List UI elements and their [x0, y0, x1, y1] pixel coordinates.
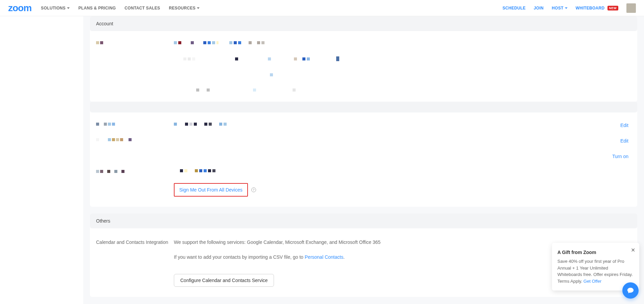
redacted-label	[96, 170, 124, 173]
nav-solutions[interactable]: SOLUTIONS	[41, 6, 70, 10]
chevron-down-icon	[67, 7, 70, 9]
personal-contacts-link[interactable]: Personal Contacts	[305, 254, 343, 260]
turn-on-link[interactable]: Turn on	[612, 154, 628, 159]
sidebar	[0, 16, 83, 304]
redacted-value	[174, 41, 604, 44]
sign-out-all-devices-button[interactable]: Sign Me Out From All Devices	[174, 183, 248, 197]
nav-contact[interactable]: CONTACT SALES	[124, 6, 160, 10]
calendar-desc-1: We support the following services: Googl…	[174, 238, 604, 246]
promo-body: Save 40% off your first year of Pro Annu…	[557, 258, 634, 284]
others-header: Others	[90, 213, 637, 228]
chevron-down-icon	[197, 7, 200, 9]
redacted-value	[174, 169, 604, 172]
get-offer-link[interactable]: Get Offer	[583, 279, 601, 284]
top-nav: zoom SOLUTIONS PLANS & PRICING CONTACT S…	[0, 0, 644, 16]
nav-whiteboard[interactable]: WHITEBOARD NEW	[576, 6, 618, 10]
redacted-label	[96, 41, 103, 44]
account-panel: Account	[90, 16, 637, 102]
avatar[interactable]	[626, 3, 636, 13]
edit-link[interactable]: Edit	[620, 123, 628, 128]
edit-link[interactable]: Edit	[620, 138, 628, 144]
chevron-down-icon	[565, 7, 568, 9]
nav-host[interactable]: HOST	[552, 6, 568, 10]
configure-calendar-button[interactable]: Configure Calendar and Contacts Service	[174, 274, 274, 287]
chat-bubble-button[interactable]	[622, 282, 639, 299]
redacted-value	[174, 123, 604, 126]
signin-panel: Edit	[90, 102, 637, 207]
chat-icon	[627, 287, 634, 294]
redacted-label	[96, 138, 132, 141]
new-badge: NEW	[607, 6, 619, 10]
calendar-desc-2: If you want to add your contacts by impo…	[174, 253, 604, 261]
calendar-desc-2-prefix: If you want to add your contacts by impo…	[174, 254, 305, 260]
nav-join[interactable]: JOIN	[534, 6, 544, 10]
nav-host-label: HOST	[552, 6, 564, 10]
nav-whiteboard-label: WHITEBOARD	[576, 6, 605, 10]
calendar-integration-label: Calendar and Contacts Integration	[96, 238, 168, 246]
help-icon[interactable]: ?	[251, 187, 256, 192]
redacted-value	[174, 73, 604, 76]
redacted-value	[174, 56, 604, 61]
nav-plans[interactable]: PLANS & PRICING	[78, 6, 116, 10]
nav-right: SCHEDULE JOIN HOST WHITEBOARD NEW	[503, 3, 636, 13]
zoom-logo[interactable]: zoom	[8, 3, 31, 14]
redacted-value	[174, 88, 604, 92]
nav-resources[interactable]: RESOURCES	[169, 6, 200, 10]
redacted-label	[96, 123, 115, 126]
nav-solutions-label: SOLUTIONS	[41, 6, 66, 10]
nav-resources-label: RESOURCES	[169, 6, 196, 10]
promo-title: A Gift from Zoom	[557, 249, 634, 256]
nav-left: SOLUTIONS PLANS & PRICING CONTACT SALES …	[41, 6, 200, 10]
nav-schedule[interactable]: SCHEDULE	[503, 6, 526, 10]
close-icon[interactable]: ✕	[631, 248, 635, 253]
account-header: Account	[90, 16, 637, 31]
signin-header	[90, 102, 637, 112]
